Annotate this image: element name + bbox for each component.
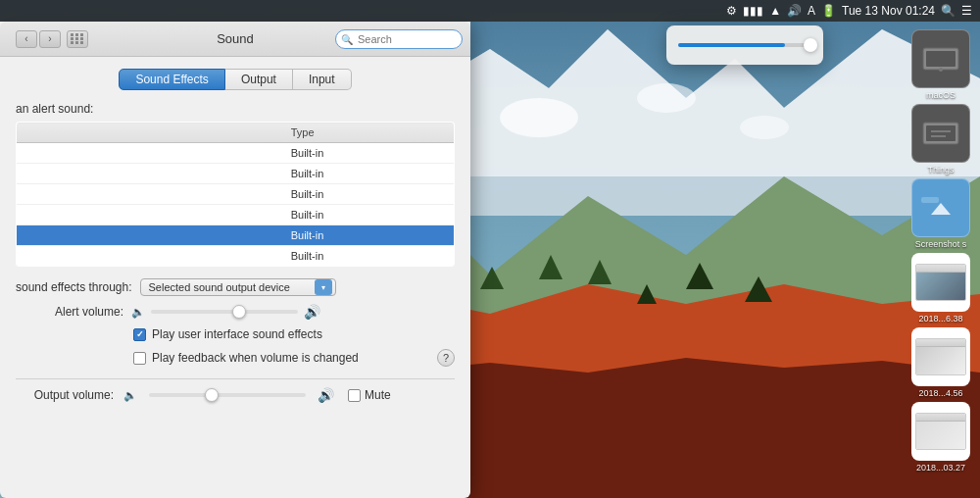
nav-buttons: ‹ › [16,30,61,48]
dock-item-screenshot-3[interactable]: 2018...03.27 [911,402,970,473]
mute-checkbox[interactable] [348,389,361,402]
volume-slider-fill [678,43,785,47]
play-feedback-checkbox[interactable] [133,352,146,365]
sound-name-cell [17,143,279,164]
play-through-label: sound effects through: [16,280,132,294]
mute-label: Mute [365,388,391,402]
volume-slider-thumb[interactable] [804,38,817,52]
sound-type-cell: Built-in [279,184,455,205]
volume-popup [666,25,823,65]
volume-menu-icon[interactable]: 🔊 [787,4,802,18]
output-vol-high-icon: 🔊 [318,387,334,403]
alert-volume-slider[interactable] [151,310,298,314]
things-icon [911,104,970,163]
table-row[interactable]: Built-in [17,246,455,267]
svg-rect-17 [926,51,956,67]
play-ui-sounds-label: Play user interface sound effects [152,327,322,341]
sound-name-cell [17,246,279,267]
macos-drive-icon [911,29,970,88]
battery-icon[interactable]: 🔋 [821,4,836,18]
menubar: ⚙ ▮▮▮ ▲ 🔊 A 🔋 Tue 13 Nov 01:24 🔍 ☰ [0,0,980,22]
volume-high-icon: 🔊 [304,304,320,320]
play-ui-sounds-checkbox[interactable] [133,328,146,341]
dock-item-macos-label: macOS [926,90,956,100]
alert-sound-label: an alert sound: [16,102,455,116]
tab-bar: Sound Effects Output Input [16,69,455,90]
screenshot-3-icon [911,402,970,461]
output-volume-label: Output volume: [16,388,114,402]
svg-point-18 [939,68,943,72]
output-device-select[interactable]: Selected sound output device [140,278,336,296]
output-volume-slider[interactable] [149,393,306,397]
search-input[interactable] [335,29,463,49]
alert-volume-row: Alert volume: 🔈 🔊 [16,304,455,320]
wifi-icon[interactable]: ▲ [769,4,781,18]
settings-icon[interactable]: ⚙ [726,4,737,18]
dock-item-things[interactable]: Things [911,104,970,174]
forward-button[interactable]: › [39,30,61,48]
sound-type-cell: Built-in [279,164,455,184]
window-title: Sound [217,31,254,46]
dock-item-screenshot-1-label: 2018...6.38 [918,314,962,324]
help-button[interactable]: ? [437,349,455,367]
window-titlebar: ‹ › Sound 🔍 [0,22,470,57]
sound-window: ‹ › Sound 🔍 Sound Effects Output Input a… [0,22,470,498]
svg-point-13 [500,98,578,137]
table-row[interactable]: Built-in [17,205,455,225]
notification-center-icon[interactable]: ☰ [961,4,972,18]
mute-checkbox-wrap: Mute [348,388,391,402]
alert-volume-thumb[interactable] [232,305,246,319]
sound-type-cell-selected: Built-in [279,225,455,246]
play-through-dropdown[interactable]: Selected sound output device ▾ [140,278,336,296]
table-row-selected[interactable]: Built-in [17,225,455,246]
play-feedback-row: Play feedback when volume is changed ? [16,349,455,367]
dock-item-screenshots-label: Screenshot s [915,239,967,249]
play-through-row: sound effects through: Selected sound ou… [16,278,455,296]
play-feedback-label: Play feedback when volume is changed [152,351,359,365]
menubar-time: Tue 13 Nov 01:24 [842,4,935,18]
volume-low-icon: 🔈 [131,306,145,319]
svg-point-15 [740,116,789,139]
search-box[interactable]: 🔍 [335,29,463,49]
dock-item-screenshot-2[interactable]: 2018...4.56 [911,327,970,398]
alert-volume-slider-row: 🔈 🔊 [131,304,320,320]
table-col-name [17,123,279,143]
sound-name-cell [17,184,279,205]
sound-name-cell [17,164,279,184]
grid-dots-icon [71,33,84,44]
sound-name-cell-selected [17,225,279,246]
table-col-type: Type [279,123,455,143]
sound-name-cell [17,205,279,225]
screenshots-folder-icon [911,178,970,237]
tab-sound-effects[interactable]: Sound Effects [119,69,225,90]
svg-rect-24 [921,197,939,203]
dock-item-screenshot-3-label: 2018...03.27 [916,463,965,473]
controls-area: sound effects through: Selected sound ou… [16,278,455,403]
svg-marker-5 [392,358,980,498]
dock-item-screenshot-1[interactable]: 2018...6.38 [911,253,970,324]
signal-bars-icon[interactable]: ▮▮▮ [743,4,763,18]
grid-view-button[interactable] [67,30,88,48]
screenshot-2-icon [911,327,970,386]
sound-type-cell: Built-in [279,246,455,267]
svg-point-14 [637,83,696,113]
dock-item-screenshots-folder[interactable]: Screenshot s [911,178,970,249]
play-ui-sounds-row: Play user interface sound effects [16,327,455,341]
volume-slider-track[interactable] [678,43,811,47]
text-input-icon[interactable]: A [808,4,815,18]
back-button[interactable]: ‹ [16,30,37,48]
alert-volume-label: Alert volume: [16,305,123,319]
dock-item-things-label: Things [927,165,954,174]
sound-type-cell: Built-in [279,205,455,225]
screenshot-1-icon [911,253,970,312]
tab-input[interactable]: Input [293,69,352,90]
table-row[interactable]: Built-in [17,184,455,205]
sound-type-cell: Built-in [279,143,455,164]
table-row[interactable]: Built-in [17,164,455,184]
table-row[interactable]: Built-in [17,143,455,164]
dock-item-macos[interactable]: macOS [911,29,970,100]
spotlight-icon[interactable]: 🔍 [941,4,956,18]
tab-output[interactable]: Output [225,69,293,90]
output-volume-thumb[interactable] [205,388,219,402]
output-vol-low-icon: 🔈 [123,389,137,402]
